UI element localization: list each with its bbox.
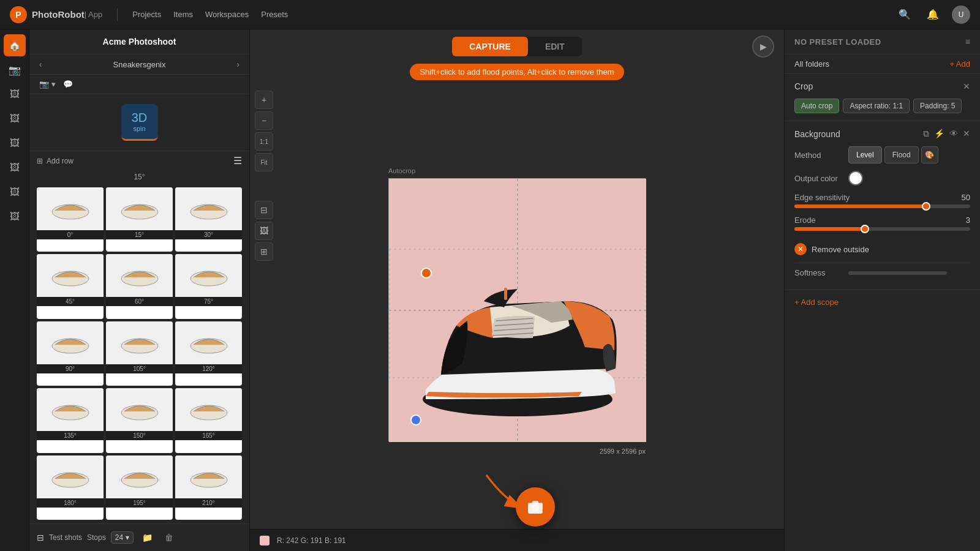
nav-items: Projects Items Workspaces Presets (132, 10, 288, 19)
thumbnail-8[interactable]: 120° (175, 321, 242, 386)
trash-icon[interactable]: 🗑 (160, 529, 178, 546)
thumbnail-5[interactable]: 75° (175, 254, 242, 318)
flood-btn[interactable]: Flood (884, 146, 919, 163)
thumbnail-7[interactable]: 105° (106, 321, 173, 386)
sidebar-item-image5[interactable]: 🖼 (4, 181, 26, 203)
capture-float-button[interactable] (516, 487, 555, 527)
shoe-image-svg (389, 179, 646, 442)
thumb-img-6 (37, 321, 104, 364)
thumbnail-3[interactable]: 45° (37, 254, 104, 318)
prev-arrow[interactable]: ‹ (39, 59, 42, 69)
sidebar-item-image1[interactable]: 🖼 (4, 83, 26, 105)
add-folder-btn[interactable]: + Add (949, 59, 970, 69)
row-menu-icon[interactable]: ☰ (233, 155, 242, 167)
zoom-1to1-btn[interactable]: 1:1 (255, 132, 273, 151)
flood-point-orange[interactable] (421, 268, 432, 279)
right-panel-header: NO PRESET LOADED ≡ (785, 29, 980, 54)
output-color-swatch[interactable] (848, 171, 863, 186)
project-nav: ‹ Sneakersgenix › (29, 54, 249, 75)
sidebar-item-image3[interactable]: 🖼 (4, 132, 26, 154)
edit-mode-btn[interactable]: EDIT (528, 37, 582, 56)
spin-badge[interactable]: 3D spin (121, 104, 158, 141)
nav-items-link[interactable]: Items (173, 10, 193, 19)
menu-icon[interactable]: ≡ (965, 37, 970, 47)
softness-slider[interactable] (848, 271, 947, 275)
color-pick-btn[interactable]: 🎨 (921, 146, 938, 163)
camera-mode-btn[interactable]: 📷 ▾ (39, 80, 56, 89)
remove-outside-row[interactable]: ✕ Remove outside (794, 238, 970, 260)
preset-label: NO PRESET LOADED (794, 37, 881, 47)
status-bar: R: 242 G: 191 B: 191 (250, 529, 784, 551)
crop-close-btn[interactable]: ✕ (963, 81, 970, 91)
thumbnail-1[interactable]: 15° (106, 187, 173, 252)
edge-sensitivity-row: Edge sensitivity 50 (794, 193, 970, 208)
add-row-button[interactable]: ⊞ Add row (37, 157, 74, 165)
nav-projects[interactable]: Projects (132, 10, 161, 19)
level-btn[interactable]: Level (848, 146, 882, 163)
search-icon[interactable]: 🔍 (895, 6, 914, 24)
camera-dropdown[interactable]: ▾ (51, 80, 56, 89)
thumbnail-4[interactable]: 60° (106, 254, 173, 318)
erode-slider-track[interactable] (794, 227, 970, 231)
thumbnail-0[interactable]: 0° (37, 187, 104, 252)
nav-presets[interactable]: Presets (261, 10, 288, 19)
thumbnail-14[interactable]: 210° (175, 455, 242, 520)
thumbnail-12[interactable]: 180° (37, 455, 104, 520)
erode-label: Erode (794, 216, 816, 225)
eye-bg-icon[interactable]: 👁 (949, 129, 958, 139)
sidebar-item-image2[interactable]: 🖼 (4, 108, 26, 130)
output-color-row: Output color (794, 171, 970, 186)
nav-workspaces[interactable]: Workspaces (205, 10, 249, 19)
zoom-fit-btn[interactable]: Fit (255, 153, 273, 171)
thumbnail-2[interactable]: 30° (175, 187, 242, 252)
copy-bg-icon[interactable]: ⧉ (923, 129, 929, 139)
filter-bg-icon[interactable]: ⚡ (934, 129, 944, 139)
auto-crop-btn[interactable]: Auto crop (794, 99, 839, 113)
add-scope-label: + Add scope (794, 298, 839, 307)
thumb-label-5: 75° (175, 297, 242, 306)
close-bg-btn[interactable]: ✕ (963, 129, 970, 139)
play-button[interactable]: ▶ (752, 36, 774, 58)
stops-value[interactable]: 24 ▾ (111, 531, 134, 544)
thumbnail-11[interactable]: 165° (175, 388, 242, 452)
edge-slider-track[interactable] (794, 204, 970, 208)
view-tool-2[interactable]: 🖼 (255, 222, 273, 240)
zoom-out-btn[interactable]: − (255, 111, 273, 130)
add-scope-btn[interactable]: + Add scope (785, 290, 980, 314)
add-icon: ⊞ (37, 157, 43, 165)
image-canvas: Autocrop (388, 178, 646, 441)
sidebar-item-home[interactable]: 🏠 (4, 34, 26, 56)
thumb-label-1: 15° (106, 230, 173, 239)
canvas-image[interactable] (388, 178, 646, 441)
next-arrow[interactable]: › (236, 59, 239, 69)
thumb-label-9: 135° (37, 431, 104, 440)
thumbnails-grid: 0° 15° 30° 45° (29, 184, 249, 523)
edge-slider-thumb[interactable] (922, 202, 930, 211)
icon-sidebar: 🏠 📷 🖼 🖼 🖼 🖼 🖼 🖼 (0, 29, 29, 551)
bell-icon[interactable]: 🔔 (924, 6, 942, 24)
flood-point-blue[interactable] (410, 414, 421, 425)
thumbnail-9[interactable]: 135° (37, 388, 104, 452)
svg-point-27 (532, 505, 538, 511)
sidebar-item-camera[interactable]: 📷 (4, 59, 26, 81)
padding-btn[interactable]: Padding: 5 (913, 99, 962, 113)
comment-icon: 💬 (63, 80, 73, 89)
capture-mode-btn[interactable]: CAPTURE (452, 37, 528, 56)
aspect-ratio-btn[interactable]: Aspect ratio: 1:1 (843, 99, 910, 113)
thumbnail-10[interactable]: 150° (106, 388, 173, 452)
sidebar-item-image4[interactable]: 🖼 (4, 157, 26, 179)
view-tool-1[interactable]: ⊟ (255, 201, 273, 219)
comment-btn[interactable]: 💬 (63, 80, 73, 89)
folder-icon[interactable]: 📁 (138, 529, 156, 546)
erode-slider-thumb[interactable] (861, 225, 869, 233)
view-tool-3[interactable]: ⊞ (255, 242, 273, 261)
nav-icons: 🔍 🔔 U (895, 6, 970, 24)
thumbnail-13[interactable]: 195° (106, 455, 173, 520)
thumb-label-4: 60° (106, 297, 173, 306)
test-shots-label: Test shots (49, 533, 82, 542)
user-avatar[interactable]: U (952, 6, 970, 24)
zoom-in-btn[interactable]: + (255, 91, 273, 109)
thumbnail-6[interactable]: 90° (37, 321, 104, 386)
sidebar-item-image6[interactable]: 🖼 (4, 206, 26, 228)
remove-outside-label: Remove outside (812, 245, 869, 254)
